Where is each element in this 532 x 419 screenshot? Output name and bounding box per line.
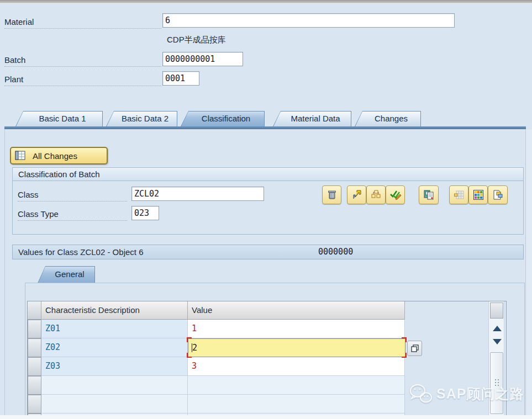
tab-label: Classification (181, 111, 265, 126)
bottom-edge-strip (0, 415, 532, 419)
tabstrip-underline (4, 126, 526, 129)
all-changes-label: All Changes (33, 151, 77, 161)
multiple-values-icon (410, 343, 420, 353)
sort-button[interactable] (347, 185, 366, 204)
tab-label: Basic Data 1 (15, 111, 103, 126)
row-selector[interactable] (28, 395, 41, 413)
tab-general[interactable]: General (38, 266, 95, 283)
characteristic-cell[interactable]: Z03 (41, 357, 188, 376)
class-type-label: Class Type (18, 208, 127, 221)
panel-border (4, 129, 5, 419)
tab-label: Changes (355, 111, 421, 126)
class-input[interactable]: ZCL02 (131, 187, 264, 201)
tab-basic-data-1[interactable]: Basic Data 1 (15, 111, 103, 126)
watermark-text: SAP顾问之路 (436, 385, 524, 403)
tab-label: General (38, 266, 95, 283)
material-label: Material (4, 15, 161, 29)
tab-changes[interactable]: Changes (355, 111, 421, 126)
value-text: 2 (192, 343, 197, 353)
sap-batch-classification-screen: Material 6 CDP半成品按库 Batch 0000000001 Pla… (0, 0, 532, 419)
tab-basic-data-2[interactable]: Basic Data 2 (106, 111, 177, 126)
value-cell-empty[interactable] (188, 395, 405, 413)
tab-material-data[interactable]: Material Data (273, 111, 351, 126)
tab-label: Basic Data 2 (106, 111, 177, 126)
check-icon (389, 189, 402, 200)
check-button[interactable] (386, 185, 405, 204)
value-cell[interactable]: 1 (188, 320, 405, 338)
hierarchy-button[interactable] (366, 185, 386, 204)
scroll-up-icon[interactable] (493, 326, 502, 331)
class-label: Class (18, 188, 127, 201)
panel-border (525, 129, 526, 419)
scrollbar-grip (495, 379, 496, 380)
row-selector[interactable] (28, 320, 41, 338)
focus-bracket (402, 353, 407, 358)
sort-icon (351, 189, 362, 200)
hierarchy-icon (371, 189, 382, 200)
column-header-characteristic[interactable]: Characteristic Description (41, 301, 188, 320)
characteristic-cell[interactable]: Z02 (41, 338, 188, 357)
delete-icon (326, 189, 338, 200)
focus-bracket (402, 337, 407, 342)
material-input[interactable]: 6 (162, 13, 455, 28)
value-cell[interactable]: 3 (188, 357, 405, 376)
wechat-icon (409, 383, 433, 404)
batch-label: Batch (4, 53, 161, 67)
material-description: CDP半成品按库 (167, 35, 226, 45)
grid-view-icon (473, 189, 484, 200)
plant-input[interactable]: 0001 (162, 71, 199, 86)
window-top-strip (0, 0, 532, 4)
copy-icon (423, 189, 434, 200)
characteristic-cell[interactable]: Z01 (41, 320, 188, 338)
row-selector[interactable] (28, 376, 41, 395)
column-header-value[interactable]: Value (188, 301, 405, 320)
characteristic-cell-empty (41, 395, 188, 413)
tab-label: Material Data (273, 111, 351, 126)
change-view-icon (492, 189, 503, 200)
focus-bracket (187, 337, 192, 342)
classification-groupbox-title: Classification of Batch (12, 167, 524, 181)
watermark: SAP顾问之路 (409, 383, 524, 404)
value-cell-empty[interactable] (188, 376, 405, 395)
plant-label: Plant (4, 72, 161, 86)
values-section-header: Values for Class ZCL02 - Object 6 000000… (12, 245, 524, 259)
right-margin (526, 129, 532, 419)
object-number: 0000000 (318, 245, 353, 259)
copy-button[interactable] (419, 185, 439, 204)
select-all-header[interactable] (28, 301, 41, 320)
column-view-icon (454, 189, 465, 200)
values-section-title: Values for Class ZCL02 - Object 6 (18, 247, 143, 257)
characteristic-cell-empty (41, 376, 188, 395)
scroll-down-icon[interactable] (493, 339, 502, 344)
column-view-button[interactable] (449, 185, 468, 204)
table-icon (15, 150, 26, 161)
multiple-values-button[interactable] (407, 341, 422, 356)
focus-bracket (187, 353, 192, 358)
batch-input[interactable]: 0000000001 (162, 52, 243, 66)
all-changes-button[interactable]: All Changes (10, 147, 108, 165)
row-selector[interactable] (28, 357, 41, 376)
row-selector[interactable] (28, 338, 41, 357)
change-view-button[interactable] (488, 185, 508, 204)
tab-classification[interactable]: Classification (181, 111, 265, 126)
class-type-input[interactable]: 023 (131, 206, 159, 220)
grid-view-button[interactable] (468, 185, 488, 204)
table-config-button[interactable] (490, 303, 503, 319)
delete-button[interactable] (322, 185, 341, 204)
value-input-focused[interactable]: 2 (188, 338, 405, 357)
